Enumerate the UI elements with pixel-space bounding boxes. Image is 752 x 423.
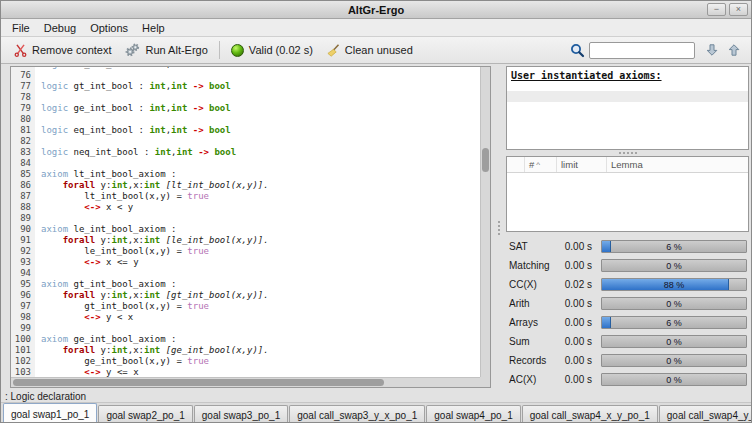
lemma-col-limit[interactable]: limit (557, 157, 607, 172)
line-number: 90 (11, 224, 35, 235)
find-next-button[interactable] (701, 40, 723, 60)
code-line[interactable]: 95axiom gt_int_bool_axiom : (11, 279, 480, 290)
code-line[interactable]: 77logic gt_int_bool : int,int -> bool (11, 81, 480, 92)
menu-help[interactable]: Help (135, 21, 172, 35)
code-line[interactable]: 88 <-> x < y (11, 202, 480, 213)
menu-options[interactable]: Options (83, 21, 135, 35)
line-number: 94 (11, 268, 35, 279)
code-line[interactable]: 97 gt_int_bool(x,y) = true (11, 301, 480, 312)
line-number: 80 (11, 114, 35, 125)
goal-tab[interactable]: goal call_swap4_x_y_po_1 (522, 405, 658, 423)
line-number: 95 (11, 279, 35, 290)
vertical-scrollbar-thumb[interactable] (482, 148, 489, 172)
code-line[interactable]: 87 lt_int_bool(x,y) = true (11, 191, 480, 202)
stat-progress-bar: 0 % (601, 259, 747, 272)
clean-unused-label: Clean unused (345, 44, 413, 56)
stats-panel: SAT0.00 s6 %Matching0.00 s0 %CC(X)0.02 s… (506, 232, 749, 390)
window-title: AltGr-Ergo (1, 4, 751, 16)
goal-tab[interactable]: goal swap2_po_1 (98, 405, 192, 423)
code-line[interactable]: 84 (11, 158, 480, 169)
line-content: axiom lt_int_bool_axiom : (35, 169, 480, 180)
horizontal-scrollbar-thumb[interactable] (13, 379, 384, 386)
code-line[interactable]: 86 forall y:int,x:int [lt_int_bool(x,y)]… (11, 180, 480, 191)
find-previous-button[interactable] (723, 40, 745, 60)
stat-progress-bar: 6 % (601, 240, 747, 253)
code-line[interactable]: 99 (11, 323, 480, 334)
goal-tab[interactable]: goal swap3_po_1 (194, 405, 288, 423)
stat-name: Sum (509, 336, 561, 347)
line-content: axiom gt_int_bool_axiom : (35, 279, 480, 290)
horizontal-scrollbar[interactable] (11, 377, 480, 387)
lemma-table-header: # ^ limit Lemma (507, 157, 748, 173)
line-number: 83 (11, 147, 35, 158)
remove-context-button[interactable]: Remove context (7, 42, 118, 59)
stat-row: Arith0.00 s0 % (509, 294, 747, 313)
vertical-scrollbar[interactable] (480, 67, 490, 377)
code-line[interactable]: 80 (11, 114, 480, 125)
code-line[interactable]: 91 forall y:int,x:int [le_int_bool(x,y)]… (11, 235, 480, 246)
code-line[interactable]: 90axiom le_int_bool_axiom : (11, 224, 480, 235)
stat-progress-bar: 0 % (601, 297, 747, 310)
vertical-splitter[interactable] (491, 66, 506, 390)
code-line[interactable]: 103 <-> y <= x (11, 367, 480, 377)
lemma-col-lemma[interactable]: Lemma (607, 157, 748, 172)
code-line[interactable]: 100axiom ge_int_bool_axiom : (11, 334, 480, 345)
clean-unused-button[interactable]: Clean unused (320, 42, 420, 59)
line-content (35, 92, 480, 103)
stat-name: SAT (509, 241, 561, 252)
status-bar: : Logic declaration (1, 390, 751, 402)
goal-tab[interactable]: goal swap4_po_1 (426, 405, 520, 423)
code-lines: logic lt_int_bool : int,int -> bool7677l… (11, 67, 480, 377)
lemma-col-number[interactable]: # ^ (525, 157, 557, 172)
menu-file[interactable]: File (5, 21, 37, 35)
stat-row: CC(X)0.02 s88 % (509, 275, 747, 294)
run-alt-ergo-button[interactable]: Run Alt-Ergo (118, 41, 214, 59)
title-bar[interactable]: AltGr-Ergo − × (1, 1, 751, 19)
stat-time: 0.00 s (561, 355, 601, 366)
code-line[interactable]: 81logic eq_int_bool : int,int -> bool (11, 125, 480, 136)
code-line[interactable]: 79logic ge_int_bool : int,int -> bool (11, 103, 480, 114)
code-editor[interactable]: logic lt_int_bool : int,int -> bool7677l… (10, 66, 491, 388)
remove-context-label: Remove context (32, 44, 111, 56)
code-line[interactable]: 76 (11, 70, 480, 81)
code-line[interactable]: 102 ge_int_bool(x,y) = true (11, 356, 480, 367)
lemma-col-blank[interactable] (507, 157, 525, 172)
line-number: 97 (11, 301, 35, 312)
code-line[interactable]: 101 forall y:int,x:int [ge_int_bool(x,y)… (11, 345, 480, 356)
code-line[interactable]: 98 <-> y < x (11, 312, 480, 323)
goal-tab[interactable]: goal call_swap3_y_x_po_1 (289, 405, 425, 423)
line-number: 89 (11, 213, 35, 224)
axioms-empty-row[interactable] (507, 91, 748, 102)
code-line[interactable]: 83logic neq_int_bool : int,int -> bool (11, 147, 480, 158)
line-number: 86 (11, 180, 35, 191)
code-line[interactable]: 93 <-> x <= y (11, 257, 480, 268)
search-input[interactable] (589, 42, 695, 59)
app-window: AltGr-Ergo − × FileDebugOptionsHelp Remo… (0, 0, 752, 423)
goal-tab[interactable]: goal swap1_po_1 (3, 403, 97, 423)
code-line[interactable]: 89 (11, 213, 480, 224)
code-line[interactable]: 92 le_int_bool(x,y) = true (11, 246, 480, 257)
line-number: 81 (11, 125, 35, 136)
run-alt-ergo-label: Run Alt-Ergo (145, 44, 207, 56)
goal-tab[interactable]: goal call_swap4_y_x_po_1 (659, 405, 751, 423)
gears-icon (125, 43, 140, 57)
stat-time: 0.00 s (561, 241, 601, 252)
stat-time: 0.00 s (561, 336, 601, 347)
code-line[interactable]: 78 (11, 92, 480, 103)
code-line[interactable]: 85axiom lt_int_bool_axiom : (11, 169, 480, 180)
code-line[interactable]: 94 (11, 268, 480, 279)
stat-time: 0.00 s (561, 260, 601, 271)
menu-debug[interactable]: Debug (37, 21, 83, 35)
line-content: logic gt_int_bool : int,int -> bool (35, 81, 480, 92)
stat-name: Matching (509, 260, 561, 271)
close-button[interactable]: × (729, 3, 748, 16)
line-content: forall y:int,x:int [le_int_bool(x,y)]. (35, 235, 480, 246)
scissors-icon (14, 44, 27, 57)
code-line[interactable]: 96 forall y:int,x:int [gt_int_bool(x,y)]… (11, 290, 480, 301)
line-content: axiom ge_int_bool_axiom : (35, 334, 480, 345)
stat-name: CC(X) (509, 279, 561, 290)
minimize-button[interactable]: − (707, 3, 726, 16)
validity-status: Valid (0.02 s) (224, 42, 320, 59)
code-line[interactable]: 82 (11, 136, 480, 147)
line-content: ge_int_bool(x,y) = true (35, 356, 480, 367)
